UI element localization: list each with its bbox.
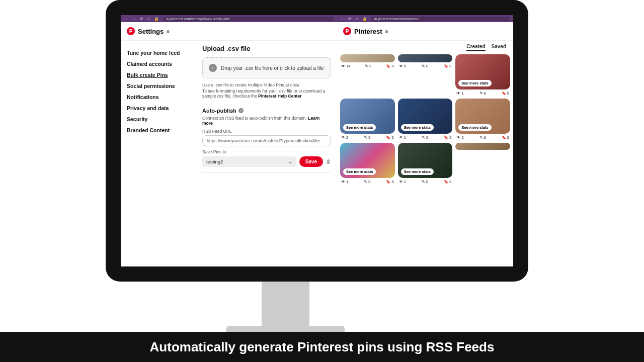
delete-icon[interactable]: 🗑: [326, 159, 331, 164]
sidebar-item-tune[interactable]: Tune your home feed: [127, 50, 190, 56]
rss-url-label: RSS Feed URL: [202, 129, 331, 134]
see-more-stats-button[interactable]: See more stats: [458, 124, 491, 131]
pin-thumbnail[interactable]: See more stats: [340, 143, 395, 178]
address-bar-a[interactable]: in.pinterest.com/settings/bulk-create-pi…: [163, 17, 334, 21]
address-bar-b[interactable]: in.pinterest.com/webmarked/: [371, 17, 510, 21]
see-more-stats-button[interactable]: See more stats: [343, 168, 376, 175]
settings-main: Upload .csv file ↑ Drop your .csv file h…: [196, 41, 337, 266]
see-more-stats-button[interactable]: See more stats: [401, 124, 434, 131]
stat-edits: ✎ 0: [479, 91, 486, 96]
stat-saves: 🔖 0: [386, 179, 393, 184]
pin-stats: 👁 0✎ 0🔖 0: [398, 64, 453, 68]
pin-thumbnail[interactable]: [455, 143, 510, 150]
stat-edits: ✎ 0: [422, 135, 428, 140]
browser-pane-settings: ← → ⟳ ⌂ 🔒 in.pinterest.com/settings/bulk…: [121, 15, 337, 266]
sidebar-item-social[interactable]: Social permissions: [127, 83, 190, 89]
auto-publish-desc: Connect an RSS feed to auto-publish from…: [202, 116, 331, 126]
pin-thumbnail[interactable]: See more stats: [398, 143, 453, 178]
pin-stats: 👁 1✎ 0🔖 0: [340, 179, 395, 184]
stat-edits: ✎ 0: [422, 179, 428, 184]
pin-thumbnail[interactable]: See more stats: [455, 54, 510, 89]
page-title-b: Pinterest: [354, 28, 382, 35]
settings-sidebar: Tune your home feed Claimed accounts Bul…: [121, 41, 196, 266]
caption-bar: Automatically generate Pinterest pins us…: [0, 332, 644, 362]
stat-views: 👁 14: [341, 64, 350, 68]
pin-stats: 👁 1✎ 0🔖 0: [398, 179, 453, 184]
stat-saves: 🔖 0: [502, 91, 509, 96]
help-center-link[interactable]: Pinterest Help Center: [258, 94, 301, 99]
pin-card[interactable]: See more stats👁 2✎ 0🔖 0: [455, 99, 510, 140]
sidebar-item-security[interactable]: Security: [127, 116, 190, 122]
pin-card[interactable]: [455, 143, 510, 184]
back-icon[interactable]: ←: [340, 17, 344, 21]
stat-edits: ✎ 0: [365, 64, 371, 68]
stat-edits: ✎ 0: [422, 64, 428, 68]
pin-card[interactable]: See more stats👁 1✎ 0🔖 0: [398, 99, 453, 140]
pin-card[interactable]: 👁 0✎ 0🔖 0: [398, 54, 453, 96]
board-select[interactable]: testing2 ⌄: [202, 156, 296, 167]
back-icon[interactable]: ←: [124, 17, 128, 21]
csv-dropzone[interactable]: ↑ Drop your .csv file here or click to u…: [202, 57, 331, 78]
pin-thumbnail[interactable]: See more stats: [398, 99, 453, 134]
auto-publish-heading: Auto-publish ?: [202, 108, 331, 114]
rss-url-input[interactable]: https://www.yourstore.com/a/rssfeed?type…: [202, 135, 331, 146]
home-icon[interactable]: ⌂: [147, 17, 150, 21]
reload-icon[interactable]: ⟳: [140, 17, 143, 21]
tab-created[interactable]: Created: [466, 44, 485, 51]
stat-edits: ✎ 0: [479, 135, 486, 140]
sidebar-item-bulk[interactable]: Bulk create Pins: [127, 72, 190, 78]
save-pins-label: Save Pins to: [202, 149, 331, 154]
stat-views: 👁 1: [399, 179, 406, 184]
see-more-stats-button[interactable]: See more stats: [401, 168, 434, 175]
sidebar-item-notifications[interactable]: Notifications: [127, 94, 190, 100]
home-icon[interactable]: ⌂: [356, 17, 358, 21]
lock-icon: 🔒: [362, 17, 367, 21]
pin-stats: 👁 1✎ 0🔖 0: [455, 91, 510, 96]
pin-card[interactable]: See more stats👁 2✎ 0🔖 0: [340, 99, 395, 140]
stat-saves: 🔖 0: [502, 135, 509, 140]
pinterest-logo-icon[interactable]: P: [343, 27, 351, 35]
pin-card[interactable]: 👁 14✎ 0🔖 0: [340, 54, 395, 96]
pin-stats: 👁 1✎ 0🔖 0: [398, 135, 453, 140]
reload-icon[interactable]: ⟳: [348, 17, 352, 21]
stat-saves: 🔖 0: [444, 135, 451, 140]
pin-grid: 👁 14✎ 0🔖 0👁 0✎ 0🔖 0See more stats👁 1✎ 0🔖…: [337, 54, 513, 266]
tab-saved[interactable]: Saved: [492, 44, 506, 51]
lock-icon: 🔒: [154, 17, 159, 21]
pin-card[interactable]: See more stats👁 1✎ 0🔖 0: [398, 143, 453, 184]
menu-icon[interactable]: ≡: [167, 29, 170, 34]
stat-views: 👁 1: [456, 91, 463, 96]
csv-help-1: Use a .csv file to create multiple Video…: [202, 82, 331, 87]
browser-pane-profile: ← ⟳ ⌂ 🔒 in.pinterest.com/webmarked/ P Pi…: [337, 15, 513, 266]
save-button[interactable]: Save: [299, 156, 323, 167]
pinterest-logo-icon[interactable]: P: [127, 27, 135, 35]
monitor-stand: [262, 282, 309, 332]
stat-saves: 🔖 0: [386, 135, 393, 140]
pin-thumbnail[interactable]: [340, 54, 395, 62]
dropzone-text: Drop your .csv file here or click to upl…: [221, 65, 324, 71]
menu-icon[interactable]: ≡: [385, 29, 388, 34]
screen: ← → ⟳ ⌂ 🔒 in.pinterest.com/settings/bulk…: [121, 15, 513, 266]
sidebar-item-claimed[interactable]: Claimed accounts: [127, 61, 190, 67]
sidebar-item-privacy[interactable]: Privacy and data: [127, 105, 190, 111]
forward-icon[interactable]: →: [132, 17, 136, 21]
caption-text: Automatically generate Pinterest pins us…: [150, 339, 495, 355]
upload-heading: Upload .csv file: [202, 45, 331, 52]
pin-card[interactable]: See more stats👁 1✎ 0🔖 0: [455, 54, 510, 96]
pin-thumbnail[interactable]: See more stats: [455, 99, 510, 134]
pin-card[interactable]: See more stats👁 1✎ 0🔖 0: [340, 143, 395, 184]
stat-views: 👁 1: [341, 179, 348, 184]
stat-saves: 🔖 0: [444, 64, 451, 68]
page-title-a: Settings: [138, 28, 164, 35]
csv-help-2: To see formatting requirements for your …: [202, 88, 331, 99]
see-more-stats-button[interactable]: See more stats: [343, 124, 376, 131]
stat-saves: 🔖 0: [444, 179, 451, 184]
sidebar-item-branded[interactable]: Branded Content: [127, 127, 190, 133]
pin-thumbnail[interactable]: See more stats: [340, 99, 395, 134]
see-more-stats-button[interactable]: See more stats: [458, 80, 491, 86]
pin-thumbnail[interactable]: [398, 54, 453, 62]
stat-saves: 🔖 0: [386, 64, 393, 68]
help-icon[interactable]: ?: [238, 108, 244, 113]
browser-chrome-a: ← → ⟳ ⌂ 🔒 in.pinterest.com/settings/bulk…: [121, 15, 337, 22]
profile-tabs: Created Saved: [337, 41, 513, 54]
